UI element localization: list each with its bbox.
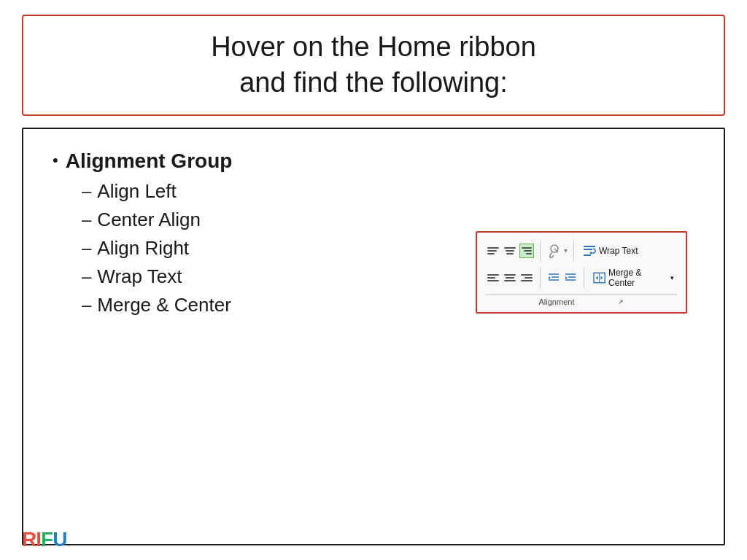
dash-icon: – xyxy=(82,268,91,285)
list-item: – Align Left xyxy=(82,180,694,203)
bullet-dot: • xyxy=(53,151,58,170)
alignment-label: Alignment xyxy=(539,298,575,306)
ribbon-divider3 xyxy=(540,267,541,289)
svg-rect-3 xyxy=(584,249,592,250)
sub-label-align-right: Align Right xyxy=(97,237,189,260)
logo-r: R xyxy=(22,528,36,551)
svg-marker-13 xyxy=(565,276,568,279)
merge-center-label: Merge & Center xyxy=(608,268,667,288)
svg-marker-9 xyxy=(549,276,551,279)
main-bullet-label: Alignment Group xyxy=(66,149,233,173)
top-align-icons xyxy=(486,244,534,258)
ribbon-divider4 xyxy=(584,267,584,289)
align-left-icon xyxy=(486,271,500,285)
svg-rect-5 xyxy=(584,254,591,256)
wrap-text-button: Wrap Text xyxy=(580,243,641,259)
ribbon-panel: ▾ Wrap Text xyxy=(476,231,687,314)
ribbon-divider xyxy=(540,240,541,262)
title-box: Hover on the Home ribbon and find the fo… xyxy=(22,15,725,116)
align-top-right-icon xyxy=(519,244,534,258)
title-line1: Hover on the Home ribbon xyxy=(211,31,536,62)
svg-marker-17 xyxy=(600,276,603,280)
svg-marker-16 xyxy=(596,276,598,280)
logo-u: U xyxy=(53,528,66,551)
ribbon-expand-icon: ↗ xyxy=(618,298,624,306)
sub-label-center-align: Center Align xyxy=(97,209,201,231)
title-line2: and find the following: xyxy=(239,67,508,98)
sub-label-merge-center: Merge & Center xyxy=(97,294,231,316)
merge-center-icon xyxy=(593,271,605,284)
title-text: Hover on the Home ribbon and find the fo… xyxy=(45,29,702,101)
dash-icon: – xyxy=(82,211,91,228)
list-item: – Center Align xyxy=(82,209,694,231)
merge-center-button: Merge & Center ▾ xyxy=(590,266,677,289)
align-right-icon xyxy=(519,271,534,285)
indent-icons xyxy=(546,271,578,285)
dash-icon: – xyxy=(82,296,91,314)
align-top-left-icon xyxy=(486,244,500,258)
logo-i: I xyxy=(36,528,41,551)
wrap-text-label: Wrap Text xyxy=(599,246,638,256)
logo-f: F xyxy=(41,528,53,551)
wrap-text-icon xyxy=(583,244,596,257)
ribbon-divider2 xyxy=(573,240,574,262)
merge-dropdown-arrow: ▾ xyxy=(670,274,674,281)
paint-format-icon: ▾ xyxy=(546,243,568,259)
ribbon-label-row: Alignment ↗ xyxy=(486,294,677,306)
decrease-indent-icon xyxy=(546,271,561,285)
bottom-align-icons xyxy=(486,271,534,285)
svg-marker-4 xyxy=(589,252,592,254)
logo: RIFU xyxy=(22,528,66,551)
dash-icon: – xyxy=(82,182,91,200)
align-center-icon xyxy=(503,271,517,285)
content-box: • Alignment Group – Align Left – Center … xyxy=(22,128,725,545)
align-top-center-icon xyxy=(503,244,517,258)
svg-rect-2 xyxy=(584,246,595,247)
slide-container: Hover on the Home ribbon and find the fo… xyxy=(0,0,747,560)
increase-indent-icon xyxy=(563,271,578,285)
sub-label-wrap-text: Wrap Text xyxy=(97,265,182,288)
dash-icon: – xyxy=(82,239,91,257)
main-bullet: • Alignment Group xyxy=(53,149,694,173)
sub-label-align-left: Align Left xyxy=(97,180,176,203)
